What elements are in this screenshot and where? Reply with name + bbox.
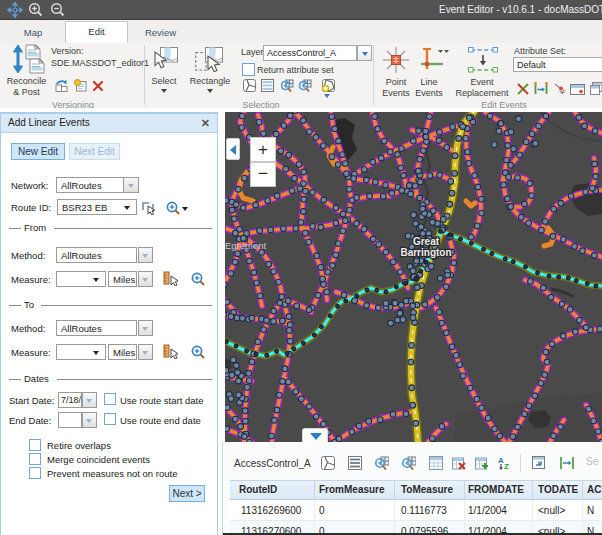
svg-text:Z: Z <box>504 462 509 470</box>
svg-text:Great: Great <box>413 236 440 247</box>
svg-text:Egremont: Egremont <box>225 240 267 251</box>
svg-text:Barrington: Barrington <box>400 247 451 258</box>
